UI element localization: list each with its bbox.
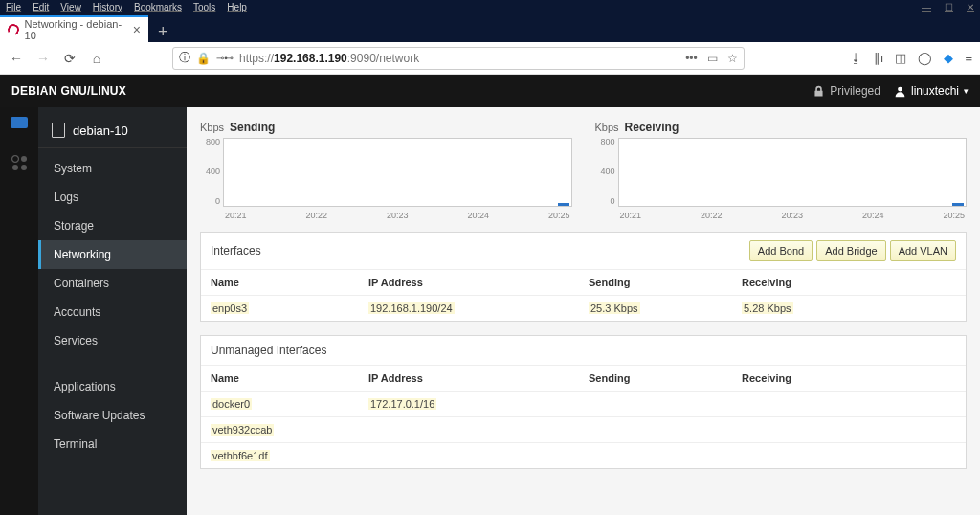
url-more-icon[interactable]: •••: [685, 52, 698, 65]
bookmark-star-icon[interactable]: ☆: [727, 52, 738, 65]
permission-icon[interactable]: ⊸⊷: [216, 53, 234, 63]
sidebar-item-logs[interactable]: Logs: [38, 183, 187, 212]
sidebar-host[interactable]: debian-10: [38, 113, 187, 148]
url-box[interactable]: ⓘ 🔒 ⊸⊷ https://192.168.1.190:9090/networ…: [172, 47, 745, 70]
user-menu[interactable]: linuxtechi ▾: [894, 84, 969, 98]
host-switcher-icon[interactable]: [11, 117, 28, 128]
col-receiving: Receiving: [742, 372, 956, 384]
chart-receiving: KbpsReceiving 8004000 20:2120:2220:2320:…: [595, 121, 968, 220]
window-minimize-icon[interactable]: —: [922, 2, 931, 12]
tab-close-icon[interactable]: ×: [133, 22, 141, 37]
sidebar-item-networking[interactable]: Networking: [38, 240, 187, 269]
menu-history[interactable]: History: [93, 2, 122, 12]
nav-home-icon[interactable]: ⌂: [88, 51, 105, 66]
window-maximize-icon[interactable]: ☐: [945, 2, 953, 12]
chevron-down-icon: ▾: [964, 86, 969, 96]
user-icon: [894, 85, 906, 98]
content-area: KbpsSending 8004000 20:2120:2220:2320:24…: [187, 107, 980, 515]
nav-back-icon[interactable]: ←: [8, 51, 25, 66]
add-bridge-button[interactable]: Add Bridge: [816, 240, 885, 261]
chart-sending: KbpsSending 8004000 20:2120:2220:2320:24…: [200, 121, 572, 220]
sidebar-item-accounts[interactable]: Accounts: [38, 298, 187, 326]
nav-reload-icon[interactable]: ⟳: [61, 51, 78, 66]
menu-bookmarks[interactable]: Bookmarks: [134, 2, 182, 12]
privileged-indicator[interactable]: Privileged: [813, 84, 880, 98]
hamburger-menu-icon[interactable]: ≡: [965, 51, 972, 65]
sidebar-nav: debian-10 SystemLogsStorageNetworkingCon…: [38, 107, 187, 515]
account-icon[interactable]: ◯: [918, 51, 932, 65]
col-name: Name: [211, 372, 368, 384]
library-icon[interactable]: ∥ı: [874, 51, 884, 65]
sidebar-icon[interactable]: ◫: [895, 51, 906, 65]
sidebar-extra: ApplicationsSoftware UpdatesTerminal: [38, 372, 187, 459]
sidebar-item-applications[interactable]: Applications: [38, 372, 187, 401]
lock-warning-icon[interactable]: 🔒: [196, 52, 211, 65]
browser-menubar: File Edit View History Bookmarks Tools H…: [0, 0, 980, 13]
unmanaged-row[interactable]: docker0172.17.0.1/16: [201, 391, 966, 416]
interface-row[interactable]: enp0s3 192.168.1.190/24 25.3 Kbps 5.28 K…: [201, 295, 966, 321]
sidebar-item-storage[interactable]: Storage: [38, 212, 187, 240]
menu-edit[interactable]: Edit: [33, 2, 49, 12]
sidebar-item-system[interactable]: System: [38, 154, 187, 183]
menu-help[interactable]: Help: [227, 2, 247, 12]
col-receiving: Receiving: [742, 277, 956, 288]
server-icon: [52, 123, 65, 138]
extension-icon[interactable]: ◆: [944, 51, 953, 65]
new-tab-button[interactable]: +: [148, 22, 178, 42]
col-sending: Sending: [589, 277, 742, 288]
panel-title: Interfaces: [211, 244, 261, 258]
url-text: https://192.168.1.190:9090/network: [239, 52, 679, 65]
cockpit-header: DEBIAN GNU/LINUX Privileged linuxtechi ▾: [0, 75, 980, 107]
col-ip: IP Address: [368, 372, 589, 384]
browser-toolbar: ← → ⟳ ⌂ ⓘ 🔒 ⊸⊷ https://192.168.1.190:909…: [0, 42, 980, 75]
reader-mode-icon[interactable]: ▭: [707, 52, 718, 65]
col-sending: Sending: [589, 372, 742, 384]
browser-tab[interactable]: Networking - debian-10 ×: [0, 15, 148, 42]
sidebar-item-terminal[interactable]: Terminal: [38, 430, 187, 459]
nav-forward-icon[interactable]: →: [34, 51, 52, 66]
window-close-icon[interactable]: ✕: [967, 2, 974, 12]
debian-favicon-icon: [6, 22, 20, 36]
sidebar-item-services[interactable]: Services: [38, 326, 187, 355]
downloads-icon[interactable]: ⭳: [850, 51, 862, 65]
dashboard-icon[interactable]: [11, 155, 27, 170]
menu-tools[interactable]: Tools: [193, 2, 215, 12]
sidebar-items: SystemLogsStorageNetworkingContainersAcc…: [38, 154, 187, 355]
brand-label: DEBIAN GNU/LINUX: [11, 84, 126, 98]
col-name: Name: [211, 277, 368, 288]
tab-title: Networking - debian-10: [25, 18, 127, 41]
sidebar-item-containers[interactable]: Containers: [38, 269, 187, 298]
launcher-rail: [0, 107, 38, 515]
unmanaged-row[interactable]: veth932ccab: [201, 416, 966, 442]
add-bond-button[interactable]: Add Bond: [749, 240, 813, 261]
panel-interfaces: Interfaces Add Bond Add Bridge Add VLAN …: [200, 232, 967, 322]
col-ip: IP Address: [368, 277, 589, 288]
menu-view[interactable]: View: [60, 2, 81, 12]
sidebar-item-software-updates[interactable]: Software Updates: [38, 401, 187, 430]
menu-file[interactable]: File: [6, 2, 21, 12]
unmanaged-row[interactable]: vethbf6e1df: [201, 442, 966, 468]
panel-unmanaged: Unmanaged Interfaces Name IP Address Sen…: [200, 335, 967, 469]
add-vlan-button[interactable]: Add VLAN: [890, 240, 956, 261]
tab-strip: Networking - debian-10 × +: [0, 13, 980, 42]
lock-icon: [813, 85, 825, 98]
identity-info-icon[interactable]: ⓘ: [179, 50, 190, 66]
panel-title: Unmanaged Interfaces: [211, 344, 326, 357]
